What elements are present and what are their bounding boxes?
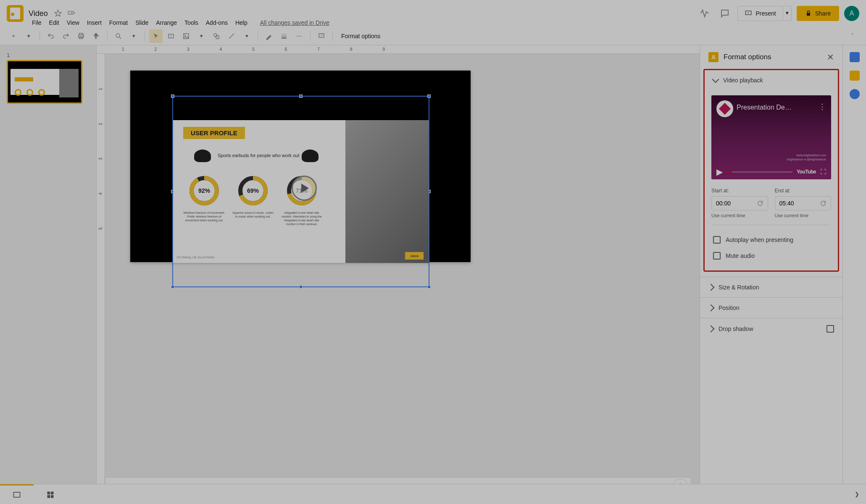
slides-logo-icon[interactable] [7, 5, 24, 22]
new-slide-dropdown[interactable]: ▾ [22, 29, 35, 43]
calendar-icon[interactable] [850, 52, 860, 62]
youtube-logo[interactable]: YouTube [797, 169, 816, 175]
move-icon[interactable] [67, 9, 76, 18]
menu-tools[interactable]: Tools [181, 18, 202, 28]
present-button[interactable]: Present [737, 6, 783, 21]
menu-edit[interactable]: Edit [46, 18, 63, 28]
refresh-icon[interactable] [757, 200, 763, 207]
resize-handle[interactable] [299, 94, 303, 98]
svg-rect-8 [184, 34, 189, 39]
line-tool[interactable] [225, 29, 238, 43]
section-title: Position [719, 304, 740, 311]
fullscreen-button[interactable]: ⛶ [820, 168, 826, 175]
menu-view[interactable]: View [63, 18, 83, 28]
stat-desc: Integrated in-ear heart rate monitor. In… [281, 211, 323, 226]
grid-view-tab[interactable] [34, 484, 67, 504]
video-playback-section: Video playback Presentation De… ⋮ www.br… [703, 69, 839, 272]
menu-arrange[interactable]: Arrange [153, 18, 180, 28]
textbox-tool[interactable]: T [164, 29, 178, 43]
collapse-toolbar-button[interactable]: ˆ [846, 29, 859, 43]
menu-slide[interactable]: Slide [132, 18, 152, 28]
refresh-icon[interactable] [820, 200, 827, 207]
show-side-panel-button[interactable]: ❯ [848, 491, 866, 497]
autoplay-checkbox[interactable] [713, 236, 721, 244]
resize-handle[interactable] [171, 285, 174, 289]
menu-format[interactable]: Format [106, 18, 131, 28]
keep-icon[interactable] [850, 71, 860, 81]
svg-text:+: + [321, 33, 323, 37]
resize-handle[interactable] [299, 285, 303, 289]
resize-handle[interactable] [427, 285, 431, 289]
new-slide-button[interactable]: + [7, 29, 20, 43]
size-rotation-header[interactable]: Size & Rotation [700, 277, 842, 297]
menu-file[interactable]: File [29, 18, 45, 28]
print-button[interactable] [74, 29, 88, 43]
tasks-icon[interactable] [850, 89, 860, 99]
slide-canvas[interactable]: USER PROFILE Sports earbuds for people w… [130, 71, 471, 262]
use-current-start[interactable]: Use current time [711, 213, 768, 218]
side-rail [842, 45, 866, 504]
user-profile-label: USER PROFILE [183, 127, 245, 139]
present-dropdown[interactable]: ▾ [783, 6, 792, 21]
selected-video-element[interactable]: USER PROFILE Sports earbuds for people w… [172, 96, 429, 287]
mute-row[interactable]: Mute audio [705, 248, 838, 264]
svg-point-9 [184, 34, 186, 36]
format-options-button[interactable]: Format options [337, 30, 384, 42]
border-weight-button[interactable] [277, 29, 291, 43]
mute-label: Mute audio [726, 252, 755, 259]
select-tool[interactable] [149, 29, 163, 43]
play-overlay-icon[interactable] [292, 176, 317, 201]
video-brand-icon [716, 100, 733, 117]
redo-button[interactable] [59, 29, 73, 43]
video-playback-header[interactable]: Video playback [705, 70, 838, 90]
document-title[interactable]: Video [29, 9, 48, 18]
position-header[interactable]: Position [700, 298, 842, 318]
video-controls: ▶ YouTube ⛶ [711, 164, 831, 179]
drop-shadow-checkbox[interactable] [827, 325, 834, 333]
star-icon[interactable] [54, 9, 62, 18]
tagline: Sports earbuds for people who work out [218, 153, 299, 158]
save-status[interactable]: All changes saved in Drive [257, 18, 333, 28]
end-at-input[interactable] [779, 200, 820, 207]
resize-handle[interactable] [427, 94, 431, 98]
autoplay-row[interactable]: Autoplay when presenting [705, 232, 838, 248]
menu-help[interactable]: Help [232, 18, 251, 28]
video-menu-icon[interactable]: ⋮ [819, 102, 826, 111]
play-button[interactable]: ▶ [716, 167, 723, 177]
section-title: Drop shadow [719, 326, 753, 332]
filmstrip-view-tab[interactable] [0, 484, 34, 504]
mute-checkbox[interactable] [713, 252, 721, 260]
image-tool[interactable] [179, 29, 193, 43]
format-panel-title: Format options [724, 53, 822, 61]
zoom-button[interactable] [112, 29, 125, 43]
comments-icon[interactable] [717, 6, 732, 21]
use-current-end[interactable]: Use current time [775, 213, 832, 218]
undo-button[interactable] [44, 29, 58, 43]
border-dash-button[interactable] [292, 29, 306, 43]
bottom-bar: ❯ [0, 484, 866, 504]
line-dropdown[interactable]: ▾ [240, 29, 253, 43]
start-at-input[interactable] [716, 200, 757, 207]
earbud-icon [194, 150, 211, 162]
shape-tool[interactable] [210, 29, 223, 43]
close-panel-button[interactable]: ✕ [827, 52, 834, 62]
menu-insert[interactable]: Insert [84, 18, 105, 28]
paint-format-button[interactable] [89, 29, 103, 43]
resize-handle[interactable] [171, 94, 174, 98]
stat-ring: 92% [188, 175, 220, 207]
share-button[interactable]: Share [797, 6, 839, 21]
drop-shadow-header[interactable]: Drop shadow [700, 318, 842, 339]
border-color-button[interactable] [262, 29, 276, 43]
zoom-dropdown[interactable]: ▾ [127, 29, 140, 43]
svg-text:T: T [170, 34, 172, 38]
insert-comment-button[interactable]: + [315, 29, 328, 43]
section-title: Size & Rotation [719, 284, 759, 291]
avatar[interactable]: A [844, 6, 859, 21]
image-dropdown[interactable]: ▾ [195, 29, 208, 43]
menu-addons[interactable]: Add-ons [203, 18, 231, 28]
slide-thumbnail[interactable] [7, 60, 82, 104]
video-progress-bar[interactable] [727, 171, 792, 173]
share-label: Share [815, 10, 831, 17]
activity-icon[interactable] [697, 6, 712, 21]
video-preview[interactable]: Presentation De… ⋮ www.brightcarbon.comb… [711, 95, 831, 179]
